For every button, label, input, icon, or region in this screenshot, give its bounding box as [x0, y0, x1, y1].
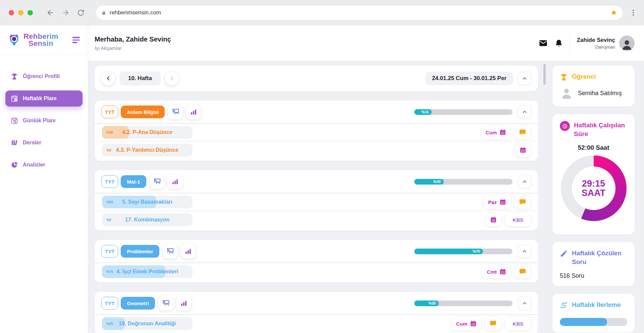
comment-button[interactable]	[515, 195, 531, 209]
weekly-questions-title: Haftalık Çözülen Soru	[572, 249, 627, 266]
weekly-time-target: 52:00 Saat	[560, 144, 627, 151]
day-label: Cum	[456, 321, 467, 327]
url-text: rehberimsensin.com	[110, 9, 161, 16]
vertical-scrollbar[interactable]	[543, 64, 546, 85]
sidebar-item-ogrenci-profili[interactable]: Öğrenci Profili	[5, 68, 83, 84]
mail-icon[interactable]	[539, 39, 548, 48]
schedule-day-button[interactable]: Cmt	[483, 265, 511, 278]
schedule-day-button[interactable]: Cum	[452, 317, 481, 330]
collapse-subject-button[interactable]	[518, 296, 531, 310]
browser-forward-icon[interactable]	[62, 9, 70, 17]
prev-week-button[interactable]	[101, 71, 115, 85]
sidebar-item-haftalik-plani[interactable]: Haftalık Planı	[5, 90, 83, 107]
greeting-title: Merhaba, Zahide Sevinç	[95, 36, 171, 43]
schedule-day-button[interactable]: Cum	[481, 126, 511, 139]
student-icon	[560, 73, 568, 81]
topic-title: 19. Doğrunun Analitiği	[119, 321, 176, 327]
kbs-button[interactable]: KBS	[505, 317, 531, 330]
kbs-button[interactable]: KBS	[505, 213, 531, 226]
subject-stats-button[interactable]	[181, 244, 196, 259]
comment-icon	[519, 268, 526, 275]
student-icon	[11, 73, 18, 80]
day-label: Cmt	[487, 269, 497, 275]
topic-progress-label: %25	[106, 322, 113, 326]
sidebar-item-dersler[interactable]: Dersler	[5, 135, 83, 151]
profile-avatar	[619, 36, 635, 51]
topic-item[interactable]: %60 5. Sayı Basamakları	[102, 196, 193, 208]
schedule-day-button[interactable]	[515, 143, 531, 157]
week-label: 10. Hafta	[119, 71, 161, 85]
collapse-subject-button[interactable]	[518, 245, 531, 258]
comment-icon	[489, 320, 497, 327]
subject-stats-button[interactable]	[186, 105, 201, 119]
topic-title: 5. Sayı Basamakları	[122, 199, 172, 205]
subject-progress-fill: %70	[414, 249, 483, 254]
topic-progress-label: %30	[106, 131, 113, 134]
browser-back-icon[interactable]	[46, 9, 54, 17]
subject-progress-bar: %30	[414, 179, 513, 185]
lesson-presentation-button[interactable]	[158, 296, 173, 311]
collapse-subject-button[interactable]	[518, 105, 531, 119]
books-icon	[11, 139, 18, 146]
topic-row: %30 4.2. P-Ana Düşünce Cum KBS	[95, 124, 538, 141]
schedule-day-button[interactable]	[486, 213, 501, 226]
week-navigator: 10. Hafta 24.01.25 Cum - 30.01.25 Per	[95, 66, 538, 91]
hamburger-menu-icon[interactable]	[71, 36, 81, 45]
topic-item[interactable]: %70 4. İşçi Emek Problemleri	[102, 265, 193, 278]
window-close-button[interactable]	[9, 10, 14, 15]
profile-menu[interactable]: Zahide Sevinç Danışman	[577, 36, 635, 51]
sidebar-item-gunluk-plani[interactable]: Günlük Planı	[5, 113, 83, 129]
comment-button[interactable]	[485, 317, 501, 330]
kbs-label: KBS	[513, 321, 523, 327]
weekly-questions-value: 516 Soru	[560, 272, 627, 279]
browser-menu-icon[interactable]	[631, 8, 635, 17]
subject-progress-bar: %25	[414, 301, 513, 306]
browser-reload-icon[interactable]	[77, 9, 85, 16]
lesson-presentation-button[interactable]	[168, 105, 183, 119]
schedule-day-button[interactable]: Paz	[484, 195, 511, 209]
subject-stats-button[interactable]	[176, 296, 191, 311]
browser-chrome: rehberimsensin.com	[0, 0, 644, 25]
date-range-label: 24.01.25 Cum - 30.01.25 Per	[425, 72, 513, 85]
lesson-presentation-button[interactable]	[150, 174, 164, 189]
comment-icon	[519, 198, 526, 206]
comment-button[interactable]	[515, 265, 531, 278]
weekly-progress-fill	[560, 318, 607, 326]
next-week-button[interactable]	[165, 71, 179, 85]
subject-progress-fill: %30	[414, 179, 444, 185]
bookmark-star-icon[interactable]	[610, 9, 617, 16]
sidebar: Rehberim Sensin Öğrenci Profili Haftalık…	[0, 25, 88, 333]
topic-item[interactable]: %0 4.3. P-Yardımcı Düşünce	[102, 144, 193, 156]
bell-icon[interactable]	[554, 39, 563, 48]
subject-name-badge: Mat-1	[121, 175, 146, 188]
exam-badge: TYT	[101, 245, 118, 258]
window-minimize-button[interactable]	[18, 10, 23, 15]
topic-title: 17. Kombinasyon	[125, 217, 169, 223]
student-name: Semiha Satılmış	[578, 90, 622, 97]
day-label: Cum	[486, 130, 497, 135]
collapse-week-button[interactable]	[518, 72, 531, 85]
lesson-presentation-button[interactable]	[163, 244, 177, 259]
calendar-icon	[490, 216, 497, 223]
topic-item[interactable]: %25 19. Doğrunun Analitiği	[102, 317, 193, 330]
weekly-questions-panel: Haftalık Çözülen Soru 516 Soru	[552, 242, 635, 286]
subject-card-mat-1: TYT Mat-1 %30	[95, 170, 538, 230]
sidebar-item-label: Dersler	[23, 140, 41, 146]
topic-item[interactable]: %0 17. Kombinasyon	[102, 213, 193, 226]
student-panel: Öğrenci Semiha Satılmış	[552, 66, 635, 107]
sidebar-item-analizler[interactable]: Analizler	[5, 157, 83, 173]
window-maximize-button[interactable]	[28, 10, 33, 15]
weekly-progress-panel: Haftalık İlerleme	[552, 294, 635, 333]
topic-title: 4. İşçi Emek Problemleri	[116, 269, 178, 275]
topic-item[interactable]: %30 4.2. P-Ana Düşünce	[102, 126, 193, 139]
calendar-search-icon	[11, 117, 18, 124]
sidebar-nav: Öğrenci Profili Haftalık Planı Günlük Pl…	[0, 55, 88, 173]
subject-stats-button[interactable]	[168, 174, 182, 189]
sidebar-item-label: Haftalık Planı	[23, 95, 56, 102]
comment-button[interactable]	[515, 126, 531, 139]
subject-card-geometri: TYT Geometri %25	[95, 292, 538, 333]
address-bar[interactable]: rehberimsensin.com	[96, 6, 623, 20]
sidebar-item-label: Günlük Planı	[23, 118, 56, 124]
subject-progress-fill: %15	[414, 109, 432, 115]
collapse-subject-button[interactable]	[518, 175, 531, 188]
